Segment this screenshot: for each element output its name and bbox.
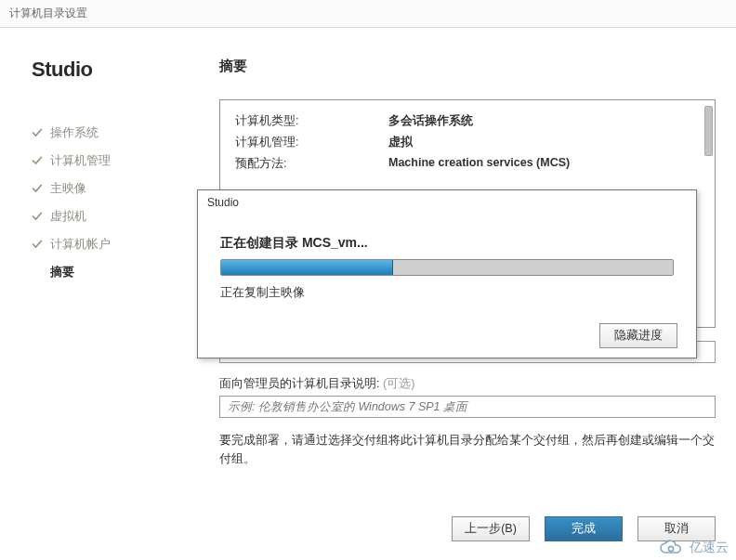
cloud-icon (658, 540, 684, 556)
check-icon (32, 239, 43, 250)
step-virtual-machines[interactable]: 虚拟机 (32, 208, 204, 225)
check-icon (32, 183, 43, 194)
section-title: 摘要 (219, 58, 716, 75)
step-label: 主映像 (50, 180, 86, 197)
scrollbar-thumb[interactable] (704, 106, 713, 156)
progress-bar (220, 259, 674, 276)
wizard-footer: 上一步(B) 完成 取消 (0, 516, 716, 541)
step-machine-management[interactable]: 计算机管理 (32, 152, 204, 169)
progress-dialog: Studio 正在创建目录 MCS_vm... 正在复制主映像 隐藏进度 (197, 189, 697, 358)
step-operating-system[interactable]: 操作系统 (32, 124, 204, 141)
summary-key: 预配方法: (235, 156, 388, 172)
dialog-body: 正在创建目录 MCS_vm... 正在复制主映像 (198, 216, 696, 316)
brand-title: Studio (32, 58, 204, 82)
helper-text: 要完成部署，请通过选择交付组将此计算机目录分配给某个交付组，然后再创建或编辑一个… (219, 431, 716, 468)
dialog-footer: 隐藏进度 (198, 316, 696, 358)
check-icon (32, 127, 43, 138)
summary-row-provisioning-method: 预配方法: Machine creation services (MCS) (235, 156, 700, 172)
summary-value: 虚拟 (388, 135, 700, 150)
catalog-desc-input[interactable] (219, 396, 716, 418)
summary-value: 多会话操作系统 (388, 113, 700, 129)
summary-key: 计算机管理: (235, 135, 388, 150)
dialog-task-text: 正在创建目录 MCS_vm... (220, 235, 674, 252)
step-label: 虚拟机 (50, 208, 86, 225)
step-summary[interactable]: 摘要 (32, 264, 204, 280)
check-icon (32, 211, 43, 222)
step-label: 操作系统 (50, 124, 99, 141)
back-button[interactable]: 上一步(B) (452, 516, 530, 541)
check-icon (32, 155, 43, 166)
progress-fill (221, 260, 393, 275)
summary-row-machine-management: 计算机管理: 虚拟 (235, 135, 700, 150)
dialog-title: Studio (198, 190, 696, 215)
hide-progress-button[interactable]: 隐藏进度 (599, 323, 677, 348)
dialog-status-text: 正在复制主映像 (220, 285, 674, 301)
step-label: 计算机帐户 (50, 236, 111, 253)
step-master-image[interactable]: 主映像 (32, 180, 204, 197)
summary-row-machine-type: 计算机类型: 多会话操作系统 (235, 113, 700, 129)
step-computer-accounts[interactable]: 计算机帐户 (32, 236, 204, 253)
desc-label-text: 面向管理员的计算机目录说明: (219, 377, 379, 390)
finish-button[interactable]: 完成 (545, 516, 623, 541)
sidebar: Studio 操作系统 计算机管理 主映像 (0, 58, 204, 508)
step-label: 摘要 (50, 264, 74, 280)
step-label: 计算机管理 (50, 152, 111, 169)
svg-point-0 (668, 546, 673, 551)
window-title: 计算机目录设置 (9, 7, 87, 20)
watermark-text: 亿速云 (690, 540, 729, 556)
window-titlebar: 计算机目录设置 (0, 0, 736, 28)
watermark: 亿速云 (658, 540, 729, 556)
wizard-steps: 操作系统 计算机管理 主映像 虚拟机 (32, 124, 204, 280)
cancel-button[interactable]: 取消 (637, 516, 716, 541)
summary-value: Machine creation services (MCS) (388, 156, 700, 172)
catalog-desc-label: 面向管理员的计算机目录说明: (可选) (219, 376, 716, 392)
summary-key: 计算机类型: (235, 113, 388, 129)
desc-optional-text: (可选) (383, 377, 414, 390)
